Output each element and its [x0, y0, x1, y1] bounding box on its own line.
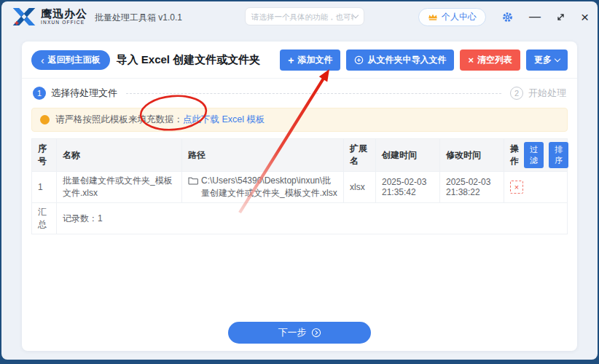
more-button[interactable]: 更多: [526, 50, 568, 71]
search-input[interactable]: [251, 12, 353, 21]
logo-x-icon: [12, 6, 36, 28]
close-icon: ×: [581, 10, 589, 24]
table-row: 1 批量创建文件或文件夹_模板文件.xlsx C:\Users\54390\De…: [32, 172, 568, 203]
warning-dot-icon: [40, 115, 50, 124]
import-circle-icon: [354, 55, 364, 65]
cell-path: C:\Users\54390\Desktop\inxun\批量创建文件或文件夹_…: [182, 172, 344, 203]
minimize-icon: —: [529, 11, 541, 23]
download-template-link[interactable]: 点此下载 Excel 模板: [183, 114, 265, 126]
maximize-icon: [556, 12, 565, 22]
app-logo: 鹰迅办公 INXUN OFFICE: [12, 6, 87, 28]
more-label: 更多: [534, 54, 552, 66]
banner-text: 请严格按照此模板来填充数据：: [55, 114, 183, 126]
col-header-created: 创建时间: [376, 139, 440, 172]
col-header-modified: 修改时间: [440, 139, 504, 172]
close-button[interactable]: ×: [581, 10, 589, 24]
step-1-circle: 1: [33, 87, 46, 100]
template-warning-banner: 请严格按照此模板来填充数据： 点此下载 Excel 模板: [31, 108, 568, 132]
col-header-actions: 操作 过滤 排序: [504, 139, 568, 172]
settings-button[interactable]: [501, 11, 514, 23]
actions-label: 操作: [510, 143, 519, 167]
clear-list-label: 清空列表: [477, 54, 512, 66]
function-search-select[interactable]: [245, 7, 364, 25]
cell-created: 2025-02-03 21:35:42: [376, 172, 440, 203]
delete-row-button[interactable]: ×: [510, 181, 523, 194]
toolbar: ‹ 返回到主面板 导入 Excel 创建文件或文件夹 + 添加文件 从文件夹中导…: [22, 41, 577, 78]
clear-list-button[interactable]: × 清空列表: [460, 50, 520, 71]
clear-x-icon: ×: [468, 55, 474, 66]
page-title: 导入 Excel 创建文件或文件夹: [117, 53, 261, 67]
maximize-button[interactable]: [556, 12, 565, 22]
brand-text: 鹰迅办公 INXUN OFFICE: [41, 8, 87, 25]
cell-actions: ×: [504, 172, 568, 203]
step-1-label: 选择待处理文件: [51, 87, 117, 100]
step-connector: [126, 93, 501, 94]
file-table: 序号 名称 路径 扩展名 创建时间 修改时间 操作 过滤 排序: [31, 138, 568, 234]
titlebar: 鹰迅办公 INXUN OFFICE 批量处理工具箱 v1.0.1 个人中心: [1, 1, 598, 32]
next-step-label: 下一步: [278, 326, 307, 339]
add-file-button[interactable]: + 添加文件: [280, 50, 340, 71]
app-title: 批量处理工具箱 v1.0.1: [95, 12, 182, 24]
titlebar-controls: 个人中心 — ×: [418, 1, 589, 32]
back-chevron-icon: ‹: [41, 55, 44, 66]
step-2-circle: 2: [510, 87, 523, 100]
crown-icon: [428, 13, 438, 21]
col-header-path: 路径: [182, 139, 344, 172]
back-to-dashboard-button[interactable]: ‹ 返回到主面板: [31, 50, 110, 70]
chevron-down-icon: [353, 12, 359, 18]
gear-icon: [501, 11, 514, 23]
col-header-name: 名称: [57, 139, 182, 172]
col-header-index: 序号: [32, 139, 57, 172]
step-indicator: 1 选择待处理文件 2 开始处理: [22, 79, 577, 106]
folder-icon: [188, 176, 198, 185]
path-text: C:\Users\54390\Desktop\inxun\批量创建文件或文件夹_…: [201, 175, 337, 199]
app-window: 鹰迅办公 INXUN OFFICE 批量处理工具箱 v1.0.1 个人中心: [1, 1, 598, 360]
brand-name-cn: 鹰迅办公: [41, 8, 87, 19]
sort-button[interactable]: 排序: [549, 142, 568, 168]
cell-ext: xlsx: [344, 172, 376, 203]
cell-modified: 2025-02-03 21:38:22: [440, 172, 504, 203]
add-file-label: 添加文件: [297, 54, 332, 66]
cell-name: 批量创建文件或文件夹_模板文件.xlsx: [57, 172, 182, 203]
next-step-button[interactable]: 下一步: [228, 322, 371, 344]
col-header-ext: 扩展名: [344, 139, 376, 172]
delete-icon: ×: [514, 183, 519, 191]
chevron-down-icon: [555, 56, 560, 62]
minimize-button[interactable]: —: [529, 11, 541, 23]
summary-value: 记录数：1: [57, 203, 568, 234]
user-center-button[interactable]: 个人中心: [418, 8, 486, 26]
import-from-folder-button[interactable]: 从文件夹中导入文件: [346, 50, 454, 71]
summary-row: 汇总 记录数：1: [32, 203, 568, 234]
import-from-folder-label: 从文件夹中导入文件: [367, 54, 446, 66]
summary-label: 汇总: [32, 203, 57, 234]
user-center-label: 个人中心: [442, 11, 477, 23]
filter-button[interactable]: 过滤: [524, 142, 544, 168]
brand-name-en: INXUN OFFICE: [41, 20, 87, 25]
cell-index: 1: [32, 172, 57, 203]
back-button-label: 返回到主面板: [48, 54, 101, 66]
step-2-label: 开始处理: [528, 87, 566, 100]
plus-icon: +: [288, 55, 294, 66]
next-arrow-icon: [311, 328, 321, 338]
table-header-row: 序号 名称 路径 扩展名 创建时间 修改时间 操作 过滤 排序: [32, 139, 568, 172]
main-panel: ‹ 返回到主面板 导入 Excel 创建文件或文件夹 + 添加文件 从文件夹中导…: [22, 41, 577, 351]
